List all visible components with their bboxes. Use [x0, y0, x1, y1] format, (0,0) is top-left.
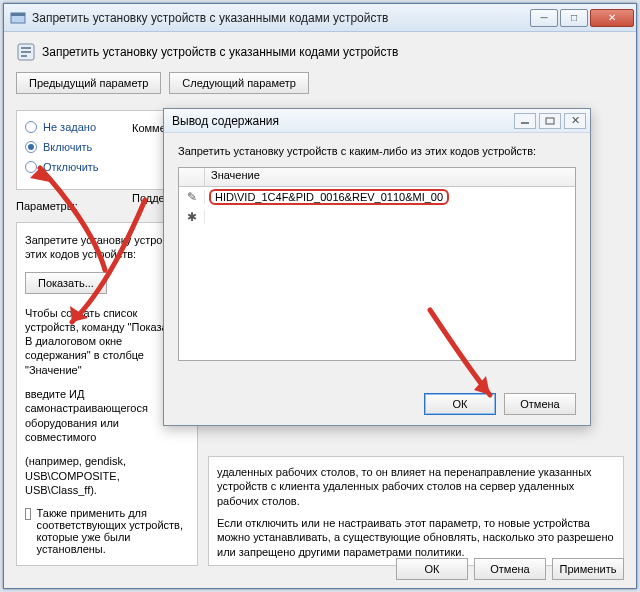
show-button[interactable]: Показать... [25, 272, 107, 294]
grid-cell-value[interactable]: HID\VID_1C4F&PID_0016&REV_0110&MI_00 [209, 189, 449, 205]
dialog-maximize-button[interactable] [539, 113, 561, 129]
params-help-4: (например, gendisk, USB\COMPOSITE, USB\C… [25, 454, 189, 497]
window-icon [10, 10, 26, 26]
help-box: удаленных рабочих столов, то он влияет н… [208, 456, 624, 566]
svg-rect-5 [21, 55, 27, 57]
also-apply-checkbox[interactable]: Также применить для соответствующих устр… [25, 507, 189, 555]
titlebar[interactable]: Запретить установку устройств с указанны… [4, 4, 636, 32]
close-button[interactable]: ✕ [590, 9, 634, 27]
radio-label: Включить [43, 141, 92, 153]
radio-icon [25, 121, 37, 133]
checkbox-label: Также применить для соответствующих устр… [37, 507, 189, 555]
grid-column-value: Значение [205, 168, 575, 186]
dialog-titlebar[interactable]: Вывод содержания ✕ [164, 109, 590, 133]
dialog-ok-button[interactable]: ОК [424, 393, 496, 415]
pencil-icon: ✎ [179, 190, 205, 204]
svg-rect-7 [546, 118, 554, 124]
radio-icon [25, 161, 37, 173]
content-dialog: Вывод содержания ✕ Запретить установку у… [163, 108, 591, 426]
grid-row-1[interactable]: ✎ HID\VID_1C4F&PID_0016&REV_0110&MI_00 [179, 187, 575, 207]
prev-param-button[interactable]: Предыдущий параметр [16, 72, 161, 94]
help-text-1: удаленных рабочих столов, то он влияет н… [217, 465, 615, 508]
radio-label: Отключить [43, 161, 99, 173]
radio-icon [25, 141, 37, 153]
policy-icon [16, 42, 36, 62]
svg-rect-4 [21, 51, 31, 53]
window-title: Запретить установку устройств с указанны… [32, 11, 528, 25]
ok-button[interactable]: ОК [396, 558, 468, 580]
dialog-cancel-button[interactable]: Отмена [504, 393, 576, 415]
dialog-title: Вывод содержания [172, 114, 514, 128]
dialog-minimize-button[interactable] [514, 113, 536, 129]
grid-gutter-header [179, 168, 205, 186]
cancel-button[interactable]: Отмена [474, 558, 546, 580]
new-row-icon: ✱ [179, 210, 205, 224]
dialog-close-button[interactable]: ✕ [564, 113, 586, 129]
maximize-button[interactable]: □ [560, 9, 588, 27]
svg-rect-1 [11, 13, 25, 16]
svg-rect-3 [21, 47, 31, 49]
value-grid[interactable]: Значение ✎ HID\VID_1C4F&PID_0016&REV_011… [178, 167, 576, 361]
radio-label: Не задано [43, 121, 96, 133]
grid-row-new[interactable]: ✱ [179, 207, 575, 227]
apply-button[interactable]: Применить [552, 558, 624, 580]
checkbox-icon [25, 508, 31, 520]
next-param-button[interactable]: Следующий параметр [169, 72, 309, 94]
minimize-button[interactable]: ─ [530, 9, 558, 27]
page-title: Запретить установку устройств с указанны… [42, 45, 398, 59]
help-text-2: Если отключить или не настраивать этот п… [217, 516, 615, 559]
dialog-prompt: Запретить установку устройств с каким-ли… [178, 145, 576, 157]
